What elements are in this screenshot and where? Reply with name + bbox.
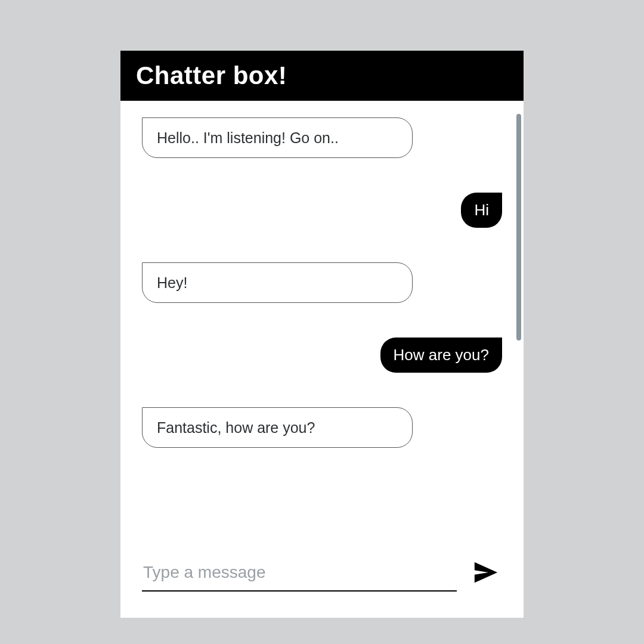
message-row: Hey! xyxy=(142,262,502,303)
chat-header: Chatter box! xyxy=(120,51,524,101)
user-message: Hi xyxy=(461,193,502,228)
scrollbar-thumb[interactable] xyxy=(516,114,521,340)
chat-title: Chatter box! xyxy=(136,61,508,90)
bot-message: Hello.. I'm listening! Go on.. xyxy=(142,117,413,158)
message-row: How are you? xyxy=(142,338,502,373)
send-icon xyxy=(472,559,500,588)
message-row: Fantastic, how are you? xyxy=(142,407,502,448)
message-input[interactable] xyxy=(142,555,457,592)
message-row: Hello.. I'm listening! Go on.. xyxy=(142,117,502,158)
send-button[interactable] xyxy=(470,556,502,590)
chat-window: Chatter box! Hello.. I'm listening! Go o… xyxy=(120,51,524,618)
compose-bar xyxy=(120,555,524,618)
message-row: Hi xyxy=(142,193,502,228)
user-message: How are you? xyxy=(380,338,502,373)
bot-message: Fantastic, how are you? xyxy=(142,407,413,448)
bot-message: Hey! xyxy=(142,262,413,303)
messages-scroll-area[interactable]: Hello.. I'm listening! Go on.. Hi Hey! H… xyxy=(120,101,524,555)
